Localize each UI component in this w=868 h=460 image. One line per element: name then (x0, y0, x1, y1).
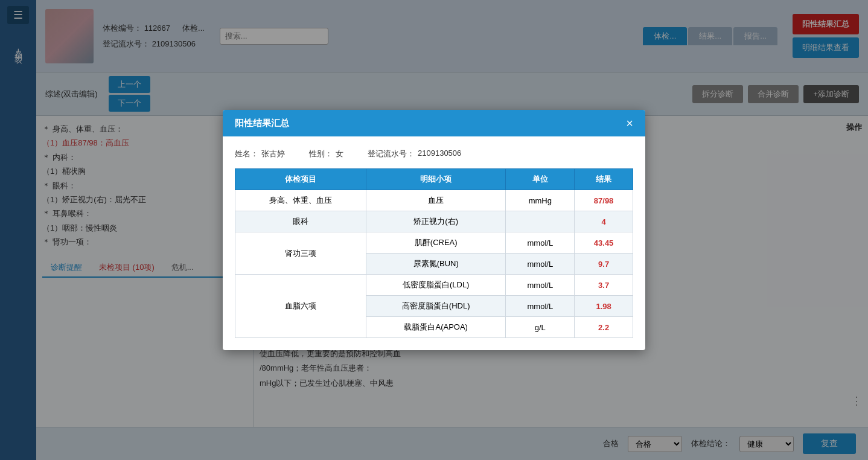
category-cell: 身高、体重、血压 (235, 190, 366, 211)
table-row: 眼科矫正视力(右)4 (235, 211, 633, 232)
item-cell: 矫正视力(右) (366, 211, 506, 232)
modal-flow-label: 登记流水号： (368, 149, 415, 159)
table-row: 身高、体重、血压血压mmHg87/98 (235, 190, 633, 211)
item-cell: 尿素氮(BUN) (366, 254, 506, 275)
unit-cell: mmol/L (506, 275, 575, 296)
item-cell: 肌酐(CREA) (366, 232, 506, 254)
item-cell: 血压 (366, 190, 506, 211)
modal-name-label: 姓名： (235, 149, 258, 159)
col-header-unit: 单位 (506, 169, 575, 190)
modal-overlay[interactable]: 阳性结果汇总 × 姓名： 张古婷 性别： 女 登记流水号： (0, 0, 868, 460)
unit-cell: g/L (506, 317, 575, 338)
modal-flow: 登记流水号： 2109130506 (368, 149, 461, 159)
modal-close-button[interactable]: × (626, 117, 633, 129)
col-header-detail: 明细小项 (366, 169, 506, 190)
value-cell: 9.7 (575, 254, 633, 275)
result-table: 体检项目 明细小项 单位 结果 身高、体重、血压血压mmHg87/98眼科矫正视… (235, 168, 633, 338)
category-cell: 肾功三项 (235, 232, 366, 275)
table-row: 肾功三项肌酐(CREA)mmol/L43.45 (235, 232, 633, 254)
value-cell: 2.2 (575, 317, 633, 338)
item-cell: 载脂蛋白A(APOA) (366, 317, 506, 338)
category-cell: 血脂六项 (235, 275, 366, 338)
unit-cell: mmol/L (506, 296, 575, 317)
col-header-exam-item: 体检项目 (235, 169, 366, 190)
modal-info-row: 姓名： 张古婷 性别： 女 登记流水号： 2109130506 (235, 149, 633, 159)
modal-gender-value: 女 (336, 149, 343, 159)
value-cell: 43.45 (575, 232, 633, 254)
unit-cell: mmHg (506, 190, 575, 211)
value-cell: 4 (575, 211, 633, 232)
col-header-result: 结果 (575, 169, 633, 190)
value-cell: 3.7 (575, 275, 633, 296)
unit-cell (506, 211, 575, 232)
value-cell: 87/98 (575, 190, 633, 211)
modal-body: 姓名： 张古婷 性别： 女 登记流水号： 2109130506 (223, 136, 645, 350)
unit-cell: mmol/L (506, 232, 575, 254)
modal-title: 阳性结果汇总 (235, 118, 289, 129)
modal-flow-value: 2109130506 (418, 149, 461, 159)
modal-header: 阳性结果汇总 × (223, 110, 645, 136)
positive-summary-modal: 阳性结果汇总 × 姓名： 张古婷 性别： 女 登记流水号： (223, 110, 645, 350)
category-cell: 眼科 (235, 211, 366, 232)
modal-name: 姓名： 张古婷 (235, 149, 285, 159)
modal-name-value: 张古婷 (261, 149, 285, 159)
modal-gender: 性别： 女 (309, 149, 343, 159)
modal-gender-label: 性别： (309, 149, 333, 159)
table-row: 血脂六项低密度脂蛋白(LDL)mmol/L3.7 (235, 275, 633, 296)
item-cell: 高密度脂蛋白(HDL) (366, 296, 506, 317)
item-cell: 低密度脂蛋白(LDL) (366, 275, 506, 296)
unit-cell: mmol/L (506, 254, 575, 275)
value-cell: 1.98 (575, 296, 633, 317)
